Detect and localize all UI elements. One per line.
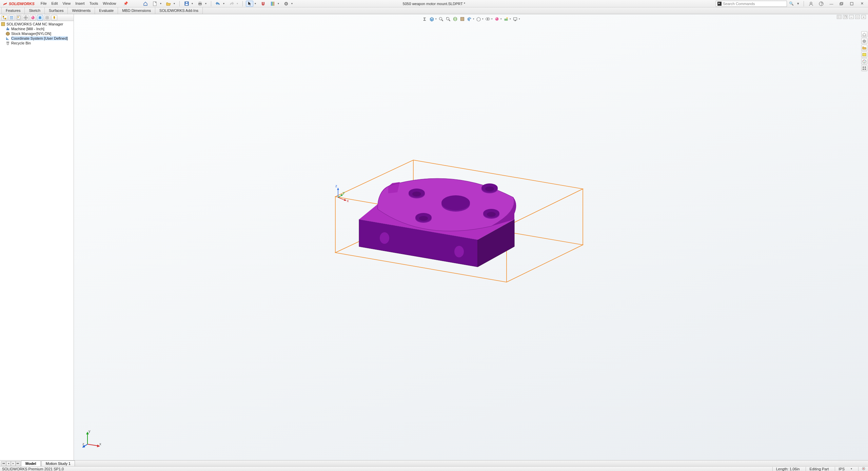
hud-orient-dd[interactable]: ▾ <box>473 18 474 20</box>
doc-expand-button[interactable]: ⛶ <box>837 15 842 19</box>
select-button[interactable] <box>246 1 253 7</box>
taskpane-resources[interactable] <box>861 38 867 44</box>
home-button[interactable] <box>142 1 149 7</box>
select-dropdown[interactable]: ▾ <box>255 2 257 5</box>
view-orientation-triad[interactable]: y x z <box>82 429 103 450</box>
redo-button[interactable] <box>228 1 235 7</box>
tp-home-icon <box>862 32 866 36</box>
config-manager-tab[interactable] <box>16 15 22 20</box>
minimize-button[interactable]: — <box>827 1 835 7</box>
property-manager-tab[interactable] <box>8 15 15 20</box>
cam-tree-tab[interactable] <box>37 15 43 20</box>
hud-hide-show[interactable] <box>485 16 491 22</box>
magnet-button[interactable] <box>259 1 267 7</box>
hud-prev-view[interactable] <box>446 16 451 22</box>
hud-section[interactable] <box>453 16 458 22</box>
tab-first[interactable]: ⏮ <box>1 461 6 466</box>
menu-view[interactable]: View <box>62 1 71 6</box>
tab-motion-study[interactable]: Motion Study 1 <box>41 460 75 466</box>
taskpane-design-lib[interactable] <box>861 45 867 51</box>
undo-button[interactable] <box>214 1 222 7</box>
restore-button[interactable] <box>837 1 846 7</box>
graphics-viewport[interactable]: Σ ▾ ▾ ▾ ▾ ▾ ▾ ▾ ⛶ ❐ – □ × <box>74 14 868 460</box>
redo-dropdown[interactable]: ▾ <box>237 2 239 5</box>
hud-render-dd[interactable]: ▾ <box>519 18 520 20</box>
status-units[interactable]: IPS <box>835 467 845 471</box>
tab-model[interactable]: Model <box>21 460 41 466</box>
options-dropdown[interactable]: ▾ <box>291 2 294 5</box>
doc-minimize-button[interactable]: – <box>849 15 854 19</box>
hud-appearance[interactable] <box>494 16 500 22</box>
menu-edit[interactable]: Edit <box>52 1 58 6</box>
save-button[interactable] <box>183 1 190 7</box>
tab-last[interactable]: ⏭ <box>16 461 20 466</box>
hud-dynamic[interactable] <box>460 16 465 22</box>
feature-manager-tab[interactable] <box>1 15 7 20</box>
print-button[interactable] <box>196 1 204 7</box>
undo-dropdown[interactable]: ▾ <box>223 2 226 5</box>
menu-file[interactable]: File <box>41 1 47 6</box>
tab-mbd[interactable]: MBD Dimensions <box>118 7 155 14</box>
options-button[interactable] <box>282 1 290 7</box>
tree-item-recycle[interactable]: Recycle Bin <box>1 41 73 45</box>
status-units-dd[interactable]: ▾ <box>851 467 852 470</box>
tab-evaluate[interactable]: Evaluate <box>95 7 118 14</box>
hud-display-style[interactable] <box>476 16 481 22</box>
hud-hide-dd[interactable]: ▾ <box>491 18 493 20</box>
cam-tools-tab[interactable] <box>51 15 57 20</box>
rebuild-dropdown[interactable]: ▾ <box>278 2 280 5</box>
hud-zoom-fit[interactable] <box>429 16 435 22</box>
menu-window[interactable]: Window <box>103 1 116 6</box>
taskpane-appearances[interactable] <box>861 65 867 71</box>
hud-zoom-area[interactable] <box>438 16 444 22</box>
rebuild-icon <box>271 1 275 6</box>
hud-display-dd[interactable]: ▾ <box>482 18 484 20</box>
tab-next[interactable]: ▸ <box>11 461 16 466</box>
hud-scene[interactable] <box>504 16 509 22</box>
tab-sketch[interactable]: Sketch <box>25 7 45 14</box>
search-mag-icon[interactable]: 🔍 <box>789 1 794 6</box>
hud-zoom-dd[interactable]: ▾ <box>435 18 437 20</box>
new-dropdown[interactable]: ▾ <box>160 2 163 5</box>
tab-addins[interactable]: SOLIDWORKS Add-Ins <box>155 7 203 14</box>
hud-appear-dd[interactable]: ▾ <box>500 18 502 20</box>
hud-scene-dd[interactable]: ▾ <box>510 18 511 20</box>
tree-item-stock[interactable]: Stock Manager[NYLON] <box>1 31 73 36</box>
pin-icon[interactable]: 📌 <box>123 1 128 6</box>
dimxpert-tab[interactable] <box>23 15 29 20</box>
tree-item-csys[interactable]: Coordinate System [User Defined] <box>1 36 73 41</box>
tree-item-machine[interactable]: Machine [Mill - Inch] <box>1 26 73 31</box>
hud-render[interactable] <box>513 16 518 22</box>
taskpane-file-explorer[interactable] <box>861 52 867 58</box>
search-input[interactable]: ▸ Search Commands <box>716 1 787 7</box>
tab-weldments[interactable]: Weldments <box>68 7 95 14</box>
save-dropdown[interactable]: ▾ <box>192 2 194 5</box>
cam-ops-tab[interactable] <box>44 15 50 20</box>
tab-prev[interactable]: ◂ <box>6 461 11 466</box>
menu-insert[interactable]: Insert <box>75 1 85 6</box>
user-button[interactable] <box>807 1 815 7</box>
open-button[interactable] <box>165 1 172 7</box>
display-manager-tab[interactable] <box>30 15 36 20</box>
taskpane-home[interactable] <box>861 31 867 37</box>
help-button[interactable]: ? <box>817 1 825 7</box>
close-button[interactable]: ✕ <box>858 1 866 7</box>
doc-close-button[interactable]: × <box>861 15 866 19</box>
search-dropdown[interactable]: ▾ <box>796 1 801 6</box>
print-dropdown[interactable]: ▾ <box>205 2 208 5</box>
tab-features[interactable]: Features <box>1 7 25 14</box>
svg-rect-7 <box>271 2 272 6</box>
hud-equation[interactable]: Σ <box>422 16 428 22</box>
doc-new-window-button[interactable]: ❐ <box>843 15 848 19</box>
tree-root[interactable]: SOLIDWORKS CAM NC Manager <box>1 22 73 26</box>
tab-surfaces[interactable]: Surfaces <box>45 7 68 14</box>
new-button[interactable] <box>151 1 159 7</box>
status-macro-icon[interactable] <box>858 467 866 471</box>
hud-view-orient[interactable] <box>467 16 472 22</box>
menu-tools[interactable]: Tools <box>90 1 98 6</box>
open-dropdown[interactable]: ▾ <box>174 2 176 5</box>
rebuild-button[interactable] <box>269 1 276 7</box>
maximize-button[interactable] <box>848 1 856 7</box>
taskpane-view-palette[interactable] <box>861 58 867 64</box>
doc-maximize-button[interactable]: □ <box>855 15 860 19</box>
